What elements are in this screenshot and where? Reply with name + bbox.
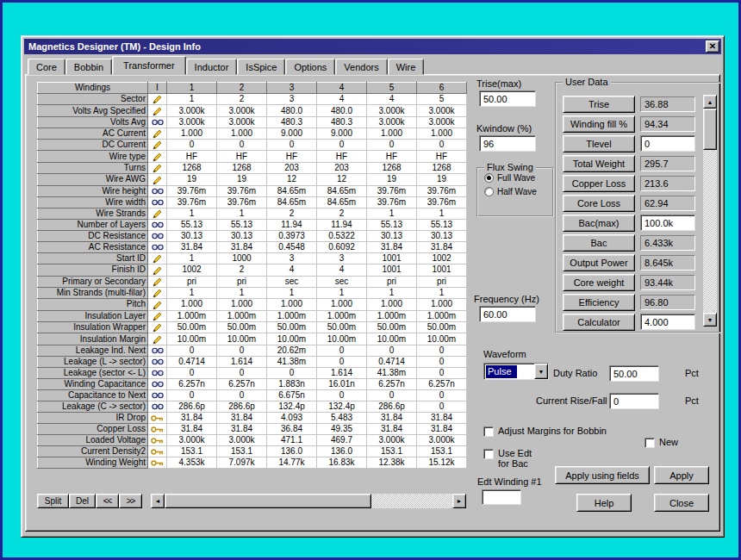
table-cell[interactable]: 3.000k [367,116,417,128]
table-cell[interactable]: 0.5322 [317,230,367,241]
table-cell[interactable]: 471.1 [267,434,317,445]
table-cell[interactable]: 39.76m [217,185,267,196]
table-cell[interactable]: 9.000 [317,128,367,139]
table-cell[interactable]: 203 [267,162,317,173]
table-cell[interactable]: 1001 [367,264,417,276]
table-cell[interactable]: 1.000 [317,299,367,310]
table-cell[interactable]: HF [417,151,467,162]
table-cell[interactable]: 0 [217,367,267,378]
table-cell[interactable]: 286.6p [167,401,217,412]
table-cell[interactable]: 0 [317,356,367,367]
table-cell[interactable]: 0 [317,140,367,151]
table-cell[interactable]: 39.76m [367,185,417,196]
table-cell[interactable]: 1000 [217,252,267,264]
table-cell[interactable]: 6.257n [417,378,467,389]
table-cell[interactable]: 55.13 [417,219,467,230]
table-cell[interactable]: 55.13 [367,219,417,230]
table-cell[interactable]: 39.76m [417,196,467,208]
table-cell[interactable]: 0 [417,401,467,412]
table-cell[interactable]: 1268 [417,162,467,173]
table-cell[interactable]: 1 [217,208,267,219]
table-cell[interactable]: 1 [317,287,367,298]
table-cell[interactable]: 1.000m [267,310,317,321]
table-cell[interactable]: 10.00m [317,333,367,345]
table-cell[interactable]: 6.257n [367,378,417,389]
table-cell[interactable]: 1 [417,208,467,219]
table-cell[interactable]: 5 [417,94,467,105]
tab-core[interactable]: Core [28,59,65,75]
table-cell[interactable]: 1002 [417,252,467,264]
table-cell[interactable]: 153.1 [417,445,467,457]
user-data-button-total-weight[interactable]: Total Weight [563,155,635,172]
table-cell[interactable]: 1.000m [317,310,367,321]
table-cell[interactable]: 153.1 [167,445,217,457]
table-cell[interactable]: HF [167,151,217,162]
table-cell[interactable]: 203 [317,162,367,173]
tab-bobbin[interactable]: Bobbin [65,59,112,75]
table-cell[interactable]: 132.4p [267,401,317,412]
table-cell[interactable]: 480.0 [267,105,317,116]
scroll-left-arrow-icon[interactable]: ◄ [151,494,165,508]
table-cell[interactable]: 0 [167,140,217,151]
table-cell[interactable]: 1.000 [367,299,417,310]
table-cell[interactable]: 2 [317,208,367,219]
table-cell[interactable]: sec [267,276,317,287]
table-cell[interactable]: 1.000 [217,299,267,310]
table-cell[interactable]: 0 [417,356,467,367]
table-cell[interactable]: 50.00m [217,322,267,333]
table-cell[interactable]: 1.000 [417,299,467,310]
table-cell[interactable]: HF [267,151,317,162]
edt-winding-input[interactable] [482,489,521,505]
table-cell[interactable]: 10.00m [267,333,317,345]
table-cell[interactable]: 2 [267,208,317,219]
table-cell[interactable]: 4 [367,94,417,105]
table-cell[interactable]: 0 [267,140,317,151]
table-cell[interactable]: pri [167,276,217,287]
table-cell[interactable]: 12.38k [367,457,417,468]
table-cell[interactable]: 4 [267,264,317,276]
table-cell[interactable]: 84.65m [267,185,317,196]
table-cell[interactable]: 6.675n [267,389,317,401]
table-cell[interactable]: 11.94 [317,219,367,230]
frequency-input[interactable]: 60.00 [479,306,536,322]
table-cell[interactable]: 55.13 [217,219,267,230]
table-cell[interactable]: 3.000k [367,105,417,116]
scroll-right-arrow-icon[interactable]: ► [452,494,466,508]
del-button[interactable]: Del [69,494,96,508]
table-cell[interactable]: 1268 [217,162,267,173]
winding-column-header[interactable]: 2 [217,83,267,94]
table-cell[interactable]: 31.84 [167,412,217,423]
tab-inductor[interactable]: Inductor [186,59,238,75]
table-cell[interactable]: 15.12k [417,457,467,468]
table-cell[interactable]: 0 [167,389,217,401]
table-cell[interactable]: 0 [367,140,417,151]
table-cell[interactable]: 3.000k [367,434,417,445]
user-data-scrollbar[interactable]: ▲ ▼ [703,95,717,327]
use-edt-checkbox[interactable] [483,449,494,459]
table-cell[interactable]: 132.4p [317,401,367,412]
table-cell[interactable]: 9.000 [267,128,317,139]
table-cell[interactable]: 50.00m [367,322,417,333]
user-data-button-core-loss[interactable]: Core Loss [563,195,635,212]
table-cell[interactable]: 0 [417,345,467,356]
table-cell[interactable]: 1.883n [267,378,317,389]
table-cell[interactable]: 31.84 [217,412,267,423]
table-cell[interactable]: 0 [417,389,467,401]
table-cell[interactable]: 0 [417,140,467,151]
table-cell[interactable]: 55.13 [167,219,217,230]
prev-winding-button[interactable]: << [96,494,119,508]
tab-isspice[interactable]: IsSpice [237,59,285,75]
table-cell[interactable]: 31.84 [217,241,267,252]
table-cell[interactable]: 3.000k [417,434,467,445]
table-cell[interactable]: 6.257n [167,378,217,389]
table-cell[interactable]: 1.000 [217,128,267,139]
table-cell[interactable]: 4.093 [267,412,317,423]
table-cell[interactable]: 1268 [367,162,417,173]
table-cell[interactable]: 0 [317,389,367,401]
tab-vendors[interactable]: Vendors [335,59,387,75]
table-cell[interactable]: 1.000m [167,310,217,321]
table-cell[interactable]: 31.84 [217,423,267,434]
table-cell[interactable]: 1.000 [417,128,467,139]
table-cell[interactable]: 7.097k [217,457,267,468]
scroll-up-arrow-icon[interactable]: ▲ [703,95,717,109]
